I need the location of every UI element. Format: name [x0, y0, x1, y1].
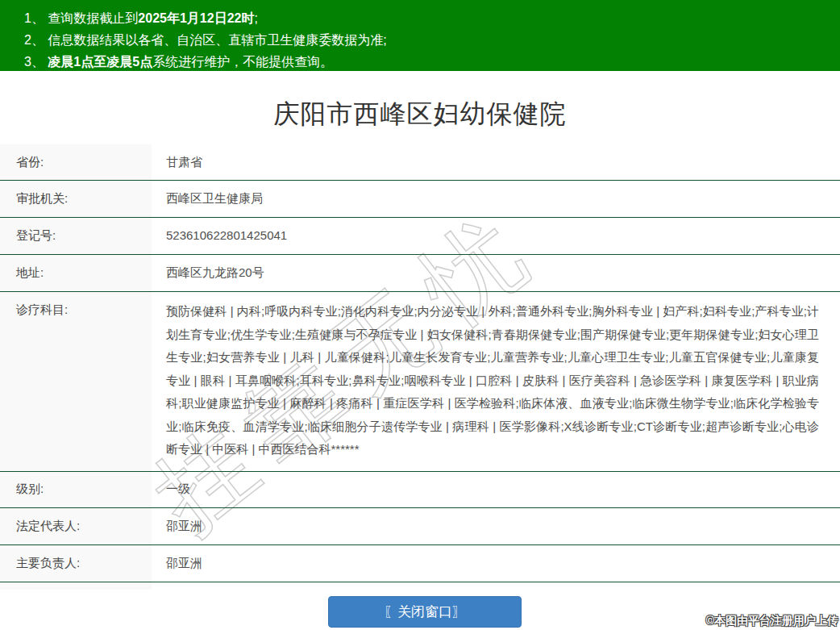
notice-line-3-bold: 凌晨1点至凌晨5点	[48, 55, 152, 69]
notice-line-2: 2、 信息数据结果以各省、自治区、直辖市卫生健康委数据为准;	[24, 29, 832, 51]
notice-line-1-bold: 2025年1月12日22时	[138, 11, 254, 25]
row-value: 邵亚洲	[152, 508, 840, 544]
notice-line-3-tail: 系统进行维护，不能提供查询。	[152, 55, 333, 69]
notice-line-3-text: 3、	[24, 55, 48, 69]
table-row-approval-authority: 审批机关: 西峰区卫生健康局	[0, 181, 840, 218]
row-label: 登记号:	[0, 218, 152, 254]
row-label: 主要负责人:	[0, 545, 152, 582]
table-row-person-in-charge: 主要负责人: 邵亚洲	[0, 545, 840, 582]
row-value: 预防保健科 | 内科;呼吸内科专业;消化内科专业;内分泌专业 | 外科;普通外科…	[152, 292, 840, 471]
row-value: 邵亚洲	[152, 545, 840, 582]
table-row-address: 地址: 西峰区九龙路20号	[0, 255, 840, 292]
row-value: 甘肃省	[152, 144, 840, 180]
hospital-query-result-page: 1、 查询数据截止到2025年1月12日22时; 2、 信息数据结果以各省、自治…	[0, 0, 840, 630]
page-title: 庆阳市西峰区妇幼保健院	[0, 97, 840, 132]
row-value: 西峰区九龙路20号	[152, 255, 840, 291]
notice-line-1-text: 1、 查询数据截止到	[24, 11, 138, 25]
footer-bar: 〖关闭窗口〗	[0, 590, 840, 630]
row-label: 法定代表人:	[0, 508, 152, 544]
table-row-level: 级别: 一级	[0, 472, 840, 508]
row-label: 地址:	[0, 255, 152, 291]
close-window-button[interactable]: 〖关闭窗口〗	[328, 596, 522, 628]
row-label: 诊疗科目:	[0, 292, 152, 471]
table-row-medical-subjects: 诊疗科目: 预防保健科 | 内科;呼吸内科专业;消化内科专业;内分泌专业 | 外…	[0, 292, 840, 472]
table-row-legal-representative: 法定代表人: 邵亚洲	[0, 508, 840, 545]
row-label: 省份:	[0, 144, 152, 180]
row-value: 一级	[152, 472, 840, 507]
row-label: 审批机关:	[0, 181, 152, 217]
notice-line-1: 1、 查询数据截止到2025年1月12日22时;	[24, 7, 832, 29]
row-value: 523610622801425041	[152, 218, 840, 254]
row-value: 西峰区卫生健康局	[152, 181, 840, 217]
notice-line-1-tail: ;	[254, 11, 257, 25]
notice-banner: 1、 查询数据截止到2025年1月12日22时; 2、 信息数据结果以各省、自治…	[0, 0, 840, 71]
notice-line-2-text: 2、 信息数据结果以各省、自治区、直辖市卫生健康委数据为准;	[24, 33, 387, 47]
notice-line-3: 3、 凌晨1点至凌晨5点系统进行维护，不能提供查询。	[24, 51, 832, 73]
table-row-registration-number: 登记号: 523610622801425041	[0, 218, 840, 255]
table-row-province: 省份: 甘肃省	[0, 144, 840, 181]
row-label: 级别:	[0, 472, 152, 507]
hospital-info-table: 省份: 甘肃省 审批机关: 西峰区卫生健康局 登记号: 523610622801…	[0, 144, 840, 620]
